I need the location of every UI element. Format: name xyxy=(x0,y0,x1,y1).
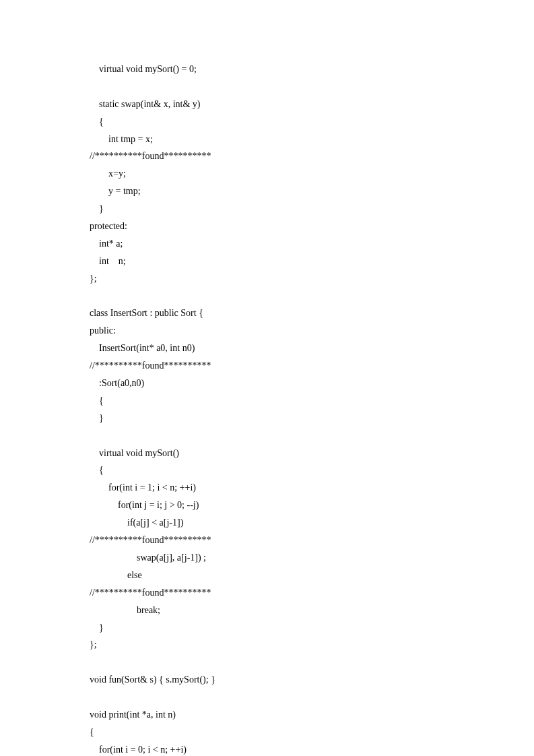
code-listing: virtual void mySort() = 0; static swap(i… xyxy=(90,61,534,756)
document-page: virtual void mySort() = 0; static swap(i… xyxy=(0,0,534,756)
